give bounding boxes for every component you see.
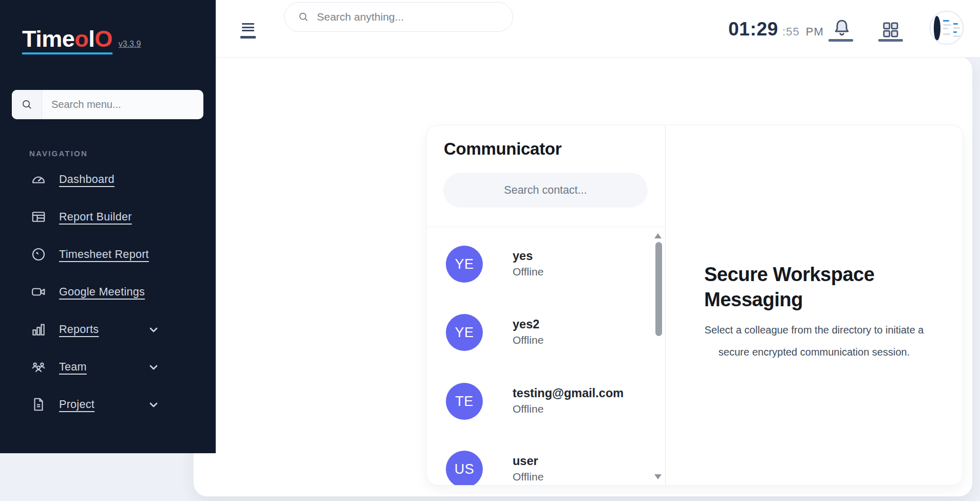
secure-messaging-panel: Secure Workspace Messaging Select a coll… [666, 125, 963, 485]
menu-search-input[interactable] [42, 90, 203, 119]
bar-chart-icon [31, 321, 47, 338]
contact-name: yes [513, 249, 533, 263]
communicator-title: Communicator [444, 139, 561, 159]
sidebar-item-reports[interactable]: Reports [0, 319, 216, 340]
clock-icon [31, 246, 47, 263]
messaging-module: Communicator YE yes Offline YE yes2 Offl… [426, 125, 963, 486]
chevron-down-icon [147, 399, 160, 411]
contact-status: Offline [513, 266, 543, 278]
global-search-input[interactable] [317, 11, 513, 23]
contact-avatar: TE [446, 383, 483, 420]
communicator-header: Communicator [427, 125, 665, 227]
contact-name: user [513, 454, 538, 468]
document-icon [31, 396, 47, 413]
contact-name: testing@gmail.com [513, 386, 624, 400]
contact-avatar: US [446, 451, 483, 485]
app-logo[interactable]: TimeolO v3.3.9 [22, 27, 141, 54]
people-icon [31, 359, 47, 375]
hamburger-icon [242, 23, 254, 25]
panel-title: Secure Workspace Messaging [704, 262, 924, 312]
grid-icon [881, 21, 900, 39]
clock-time: 01:29 [728, 18, 778, 40]
nav-list: Dashboard Report Builder [0, 169, 216, 432]
clock-display: 01:29 :55 PM [728, 18, 824, 40]
search-icon [21, 99, 33, 110]
contact-avatar: YE [446, 246, 483, 283]
video-camera-icon [31, 284, 47, 300]
sidebar-item-dashboard[interactable]: Dashboard [0, 169, 216, 190]
notifications-underline [828, 39, 853, 42]
contact-row[interactable]: TE testing@gmail.com Offline [446, 383, 646, 420]
app-root: 01:29 :55 PM TimeolO [0, 0, 980, 501]
bell-icon [832, 17, 852, 38]
contact-name: yes2 [513, 318, 539, 331]
global-search [284, 2, 513, 32]
clock-seconds: :55 [782, 25, 800, 39]
communicator-panel: Communicator YE yes Offline YE yes2 Offl… [427, 125, 666, 485]
version-link[interactable]: v3.3.9 [119, 40, 141, 49]
contact-search-input[interactable] [443, 184, 648, 197]
sidebar-item-project[interactable]: Project [0, 394, 216, 415]
contact-status: Offline [513, 403, 543, 415]
menu-search [12, 90, 203, 119]
search-icon [298, 11, 309, 23]
contact-list: YE yes Offline YE yes2 Offline TE testin… [427, 227, 665, 485]
contact-row[interactable]: YE yes2 Offline [446, 314, 646, 351]
logo-text: TimeolO [22, 27, 112, 54]
sidebar: TimeolO v3.3.9 NAVIGATION Da [0, 0, 216, 453]
sidebar-item-team[interactable]: Team [0, 357, 216, 377]
clock-meridiem: PM [806, 25, 824, 39]
contact-row[interactable]: YE yes Offline [446, 246, 646, 283]
contact-row[interactable]: US user Offline [446, 451, 646, 485]
contact-status: Offline [513, 471, 543, 483]
user-avatar[interactable] [930, 11, 964, 45]
secure-messaging-block: Secure Workspace Messaging Select a coll… [704, 262, 924, 363]
sidebar-item-timesheet-report[interactable]: Timesheet Report [0, 244, 216, 265]
contact-search [443, 173, 648, 208]
chevron-down-icon [147, 324, 160, 336]
scrollbar-down-arrow[interactable] [654, 474, 662, 479]
chevron-down-icon [147, 361, 160, 374]
scrollbar-up-arrow[interactable] [654, 233, 662, 238]
sidebar-toggle-button[interactable] [240, 23, 256, 39]
sidebar-item-report-builder[interactable]: Report Builder [0, 207, 216, 227]
panel-subtitle: Select a colleague from the directory to… [704, 319, 924, 363]
apps-grid-button[interactable] [881, 21, 900, 39]
apps-grid-underline [878, 39, 903, 42]
scrollbar-thumb[interactable] [655, 242, 662, 336]
sidebar-item-google-meetings[interactable]: Google Meetings [0, 282, 216, 302]
nav-section-label: NAVIGATION [29, 149, 88, 158]
notifications-button[interactable] [832, 17, 852, 38]
menu-search-icon-box [12, 90, 42, 119]
contact-avatar: YE [446, 314, 483, 351]
table-icon [31, 209, 47, 225]
hamburger-underline [240, 36, 256, 39]
gauge-icon [31, 171, 47, 188]
contact-status: Offline [513, 334, 543, 346]
